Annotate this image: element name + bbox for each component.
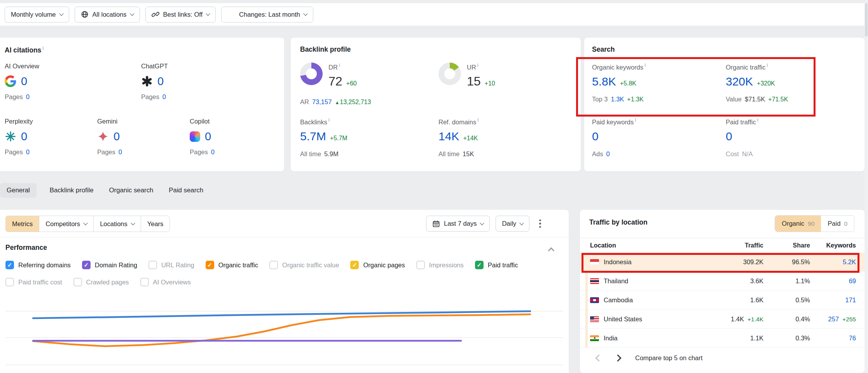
chevron-down-icon: [83, 221, 87, 225]
filter-changes-last-month[interactable]: Changes: Last month: [221, 7, 313, 23]
pagination-next-icon[interactable]: [614, 354, 621, 361]
traffic-by-location-title: Traffic by location: [589, 218, 648, 227]
info-icon[interactable]: i: [644, 63, 646, 68]
date-range-button[interactable]: Last 7 days: [426, 216, 490, 232]
ar-value-link[interactable]: 73,157: [312, 98, 332, 106]
traffic-cell: 3.6K: [690, 277, 763, 285]
metric-checkbox-url-rating[interactable]: URL Rating: [148, 261, 194, 269]
info-icon[interactable]: i: [477, 117, 479, 123]
keywords-count-link[interactable]: 5.2K: [843, 258, 856, 266]
filter-best-links-off[interactable]: Best links: Off: [145, 7, 216, 23]
traffic-cell: 1.6K: [690, 296, 763, 304]
paid-keywords-value-link[interactable]: 0: [592, 130, 599, 143]
filter-all-locations[interactable]: All locations: [75, 7, 140, 23]
pagination-prev-icon[interactable]: [595, 354, 602, 361]
ai-citations-count-link[interactable]: 0: [21, 130, 27, 143]
ai-citations-title: AI citationsi: [5, 45, 44, 54]
ai-citations-count-link[interactable]: 0: [114, 130, 120, 143]
filter-label: Changes: Last month: [239, 11, 300, 18]
metric-checkbox-crawled-pages[interactable]: Crawled pages: [73, 278, 129, 286]
metric-checkbox-paid-traffic[interactable]: ✓Paid traffic: [475, 261, 518, 269]
filter-monthly-volume[interactable]: Monthly volume: [5, 7, 69, 23]
metric-label: Organic traffic value: [282, 261, 339, 269]
pages-count-link[interactable]: 0: [26, 93, 30, 101]
view-label: Years: [147, 220, 164, 228]
metric-checkbox-organic-traffic-value[interactable]: Organic traffic value: [269, 261, 339, 269]
keywords-count-link[interactable]: 76: [849, 335, 856, 342]
metric-checkbox-organic-traffic[interactable]: ✓Organic traffic: [206, 261, 258, 269]
pages-count-link[interactable]: 0: [162, 93, 166, 101]
top3-change: +1.3K: [627, 96, 643, 103]
metric-checkbox-ai-overviews[interactable]: AI Overviews: [140, 278, 191, 286]
organic-traffic-value-link[interactable]: 320K: [726, 75, 753, 88]
metric-checkbox-paid-traffic-cost[interactable]: Paid traffic cost: [5, 278, 62, 286]
column-keywords[interactable]: Keywords: [810, 242, 865, 249]
column-share[interactable]: Share: [763, 242, 810, 249]
top3-value-link[interactable]: 1.3K: [611, 96, 624, 103]
value-change: +71.5K: [768, 96, 788, 103]
view-metrics[interactable]: Metrics: [5, 216, 39, 232]
location-row-united-states[interactable]: United States1.4K+1.4K0.4%257+255: [580, 310, 865, 329]
ai-citations-count-link[interactable]: 0: [21, 75, 27, 88]
kebab-menu-icon[interactable]: [535, 217, 545, 230]
pages-count-link[interactable]: 0: [211, 148, 215, 156]
tab-general[interactable]: General: [0, 183, 37, 198]
location-row-thailand[interactable]: Thailand3.6K1.1%69: [580, 272, 865, 291]
info-icon[interactable]: i: [328, 117, 330, 123]
organic-traffic-change: +320K: [757, 80, 775, 87]
location-row-indonesia[interactable]: Indonesia309.2K96.5%5.2K: [580, 253, 865, 272]
ref-domains-block: Ref. domainsi 14K+14K All time15K: [438, 117, 479, 158]
metric-checkbox-organic-pages[interactable]: ✓Organic pages: [350, 261, 405, 269]
backlinks-value-link[interactable]: 5.7M: [300, 130, 326, 143]
keywords-count-link[interactable]: 171: [845, 296, 856, 304]
view-competitors[interactable]: Competitors: [39, 216, 94, 232]
metric-checkbox-domain-rating[interactable]: ✓Domain Rating: [82, 261, 137, 269]
collapse-chevron-up-icon[interactable]: [548, 248, 555, 254]
toggle-paid-count: 0: [844, 220, 847, 227]
info-icon[interactable]: i: [42, 45, 44, 51]
info-icon[interactable]: i: [767, 63, 768, 68]
ref-domains-value-link[interactable]: 14K: [438, 130, 459, 143]
granularity-button[interactable]: Daily: [496, 216, 529, 232]
info-icon[interactable]: i: [757, 117, 758, 123]
keywords-count-link[interactable]: 257: [828, 315, 839, 323]
metric-label: Paid traffic cost: [18, 279, 62, 286]
alltime-label: All time: [438, 150, 459, 158]
info-icon[interactable]: i: [477, 63, 479, 68]
keywords-count-link[interactable]: 69: [849, 277, 856, 285]
metric-checkbox-impressions[interactable]: Impressions: [416, 261, 464, 269]
value-label: Value: [726, 96, 742, 103]
tab-paid-search[interactable]: Paid search: [166, 183, 206, 198]
column-traffic[interactable]: Traffic: [690, 242, 763, 249]
toggle-paid[interactable]: Paid 0: [821, 216, 854, 232]
cost-value: N/A: [742, 150, 753, 158]
info-icon[interactable]: i: [635, 117, 636, 123]
toggle-organic[interactable]: Organic 90: [775, 216, 821, 232]
ar-label: AR: [300, 98, 309, 106]
ads-value-link[interactable]: 0: [606, 150, 610, 158]
paid-keywords-block: Paid keywordsi 0 Ads0: [592, 117, 636, 158]
toggle-organic-count: 90: [808, 220, 814, 227]
paid-traffic-value-link[interactable]: 0: [726, 130, 732, 143]
ai-citations-count-link[interactable]: 0: [205, 130, 211, 143]
location-row-cambodia[interactable]: Cambodia1.6K0.5%171: [580, 291, 865, 310]
tab-backlink-profile[interactable]: Backlink profile: [47, 183, 96, 198]
scrollbar[interactable]: [865, 0, 868, 373]
ar-change: ▲13,252,713: [335, 99, 371, 106]
info-icon[interactable]: i: [339, 63, 340, 68]
location-row-india[interactable]: India1.1K0.3%76: [580, 329, 865, 348]
backlinks-label: Backlinksi: [300, 117, 348, 126]
metric-checkbox-referring-domains[interactable]: ✓Referring domains: [5, 261, 71, 269]
checkbox-unchecked-icon: [5, 278, 14, 286]
organic-keywords-value-link[interactable]: 5.8K: [592, 75, 616, 88]
scrollbar-thumb[interactable]: [865, 3, 868, 37]
location-name: Indonesia: [604, 258, 632, 266]
view-locations[interactable]: Locations: [93, 216, 141, 232]
view-years[interactable]: Years: [141, 216, 170, 232]
toggle-organic-label: Organic: [782, 220, 804, 227]
pages-count-link[interactable]: 0: [119, 148, 122, 156]
ai-citations-count-link[interactable]: 0: [157, 75, 164, 88]
tab-organic-search[interactable]: Organic search: [107, 183, 156, 198]
filter-label: Monthly volume: [11, 11, 56, 18]
pages-count-link[interactable]: 0: [26, 148, 30, 156]
